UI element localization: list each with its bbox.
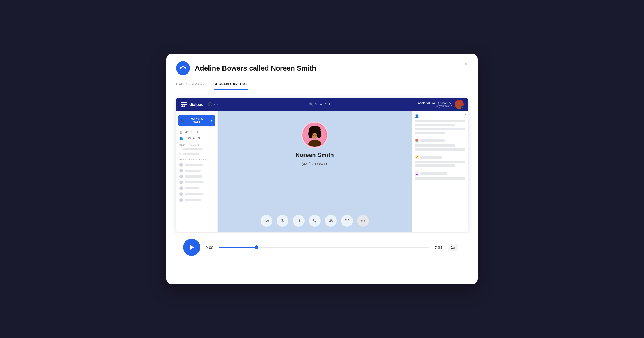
dept-skeleton-2 [176,152,217,156]
recent-skeleton-4 [176,179,217,185]
svg-rect-3 [181,104,183,105]
svg-rect-20 [298,219,298,222]
search-label: SEARCH [315,102,330,106]
person-icon-right: 👤 [415,114,419,118]
dropdown-arrow-icon: ▾ [211,119,213,122]
recent-skeleton-7 [176,197,217,203]
calendar-icon-row: 📅 [415,139,465,143]
svg-rect-27 [348,221,349,221]
contact-photo [303,123,327,147]
progress-track[interactable] [219,247,429,248]
svg-rect-2 [185,102,187,103]
recent-contacts-label: RECENT CONTACTS [176,156,217,162]
forward-arrow-icon[interactable]: › [217,102,218,106]
svg-rect-21 [299,219,300,222]
cloud-icon: ☁ [415,171,419,176]
inbox-label: MY INBOX [185,131,198,134]
dialpad-app: dialpad 🎧 ‹ › 🔍 SEARCH [176,98,468,232]
progress-fill [219,247,257,248]
svg-rect-25 [345,221,346,221]
dept-skeleton-1 [176,147,217,152]
transfer-icon [313,219,317,223]
email-icon-row: M [415,155,465,159]
card-body: dialpad 🎧 ‹ › 🔍 SEARCH [166,90,478,271]
recent-skeleton-5 [176,185,217,191]
tab-screen-capture[interactable]: SCREEN CAPTURE [214,79,248,90]
tabs-bar: CALL SUMMARY SCREEN CAPTURE [166,79,478,90]
add-person-icon [329,219,333,223]
svg-rect-22 [345,219,346,220]
close-button[interactable]: × [464,61,468,67]
keypad-icon [345,219,349,223]
dialpad-logo-icon [180,101,188,108]
svg-rect-24 [348,219,349,220]
right-panel-close-button[interactable]: × [464,113,466,117]
nav-user-text: Annie Vu | (415) 515-5555 Set your statu… [418,101,452,108]
call-controls: REC [261,215,369,227]
end-call-button[interactable] [357,215,369,227]
svg-rect-29 [346,222,347,222]
dialpad-call-center: Noreen Smith (432) 209-8411 REC [218,111,412,232]
dialpad-main: 📞 MAKE A CALL ▾ 🏠 MY INBOX 👥 [176,111,468,232]
play-button[interactable] [183,239,200,256]
progress-thumb[interactable] [255,245,258,249]
nav-user-status: Set your status [418,105,452,108]
mute-icon [280,219,285,223]
svg-point-9 [458,102,461,105]
contact-avatar-inner [303,123,327,147]
make-call-label: MAKE A CALL [186,117,207,124]
tab-call-summary[interactable]: CALL SUMMARY [176,79,205,90]
transfer-button[interactable] [309,215,321,227]
add-button[interactable] [325,215,337,227]
svg-marker-31 [190,245,194,250]
dialpad-search[interactable]: 🔍 SEARCH [221,102,418,106]
dialpad-logo: dialpad [180,101,204,108]
recent-skeleton-3 [176,174,217,179]
speed-button[interactable]: 1x [448,244,458,251]
card-title: Adeline Bowers called Noreen Smith [195,64,316,72]
keypad-button[interactable] [341,215,353,227]
time-end: 7:34 [434,245,442,250]
nav-user-name: Annie Vu | (415) 515-5555 [418,101,452,105]
svg-rect-4 [183,104,185,105]
cloud-icon-row: ☁ [415,171,465,176]
back-arrow-icon[interactable]: ‹ [214,102,215,106]
play-icon [189,244,195,251]
search-icon: 🔍 [309,102,313,106]
departments-label: DEPARTMENTS [176,141,217,147]
svg-point-17 [312,133,313,134]
contacts-label: CONTACTS [185,137,200,140]
nav-arrows: 🎧 ‹ › [208,102,218,106]
svg-rect-7 [183,105,185,107]
svg-rect-6 [181,105,183,107]
recent-skeleton-6 [176,191,217,197]
make-call-button[interactable]: 📞 MAKE A CALL ▾ [178,115,215,126]
hold-icon [297,219,301,223]
contact-info-section: 👤 [415,114,465,134]
rec-button[interactable]: REC [261,215,272,227]
phone-icon-circle [176,61,190,75]
calendar-icon: 📅 [415,139,419,143]
dialpad-logo-text: dialpad [189,102,204,107]
recent-skeleton-1 [176,162,217,168]
email-icon: M [415,155,419,159]
mute-button[interactable] [277,215,288,227]
screen-capture-container: dialpad 🎧 ‹ › 🔍 SEARCH [176,98,468,232]
calendar-section: 📅 [415,139,465,151]
svg-rect-0 [181,102,183,103]
hold-button[interactable] [293,215,305,227]
svg-rect-26 [346,221,347,221]
cloud-section: ☁ [415,171,465,180]
svg-point-18 [316,133,317,134]
time-start: 0:00 [206,245,213,250]
nav-user: Annie Vu | (415) 515-5555 Set your statu… [418,100,464,109]
sidebar-inbox[interactable]: 🏠 MY INBOX [176,129,217,135]
sidebar-contacts[interactable]: 👥 CONTACTS [176,135,217,141]
contact-avatar-wrapper [301,122,328,148]
contact-name: Noreen Smith [295,152,334,159]
email-section: M [415,155,465,167]
card-header: Adeline Bowers called Noreen Smith × [166,54,478,79]
nav-avatar [455,100,464,109]
make-call-button-left: 📞 MAKE A CALL [181,117,207,124]
headphone-icon: 🎧 [208,102,213,106]
